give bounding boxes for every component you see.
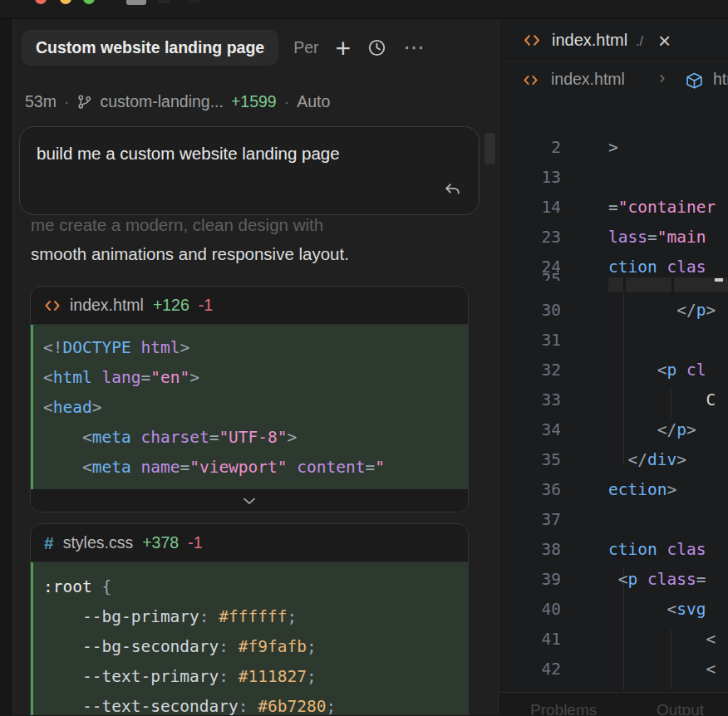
session-additions: +1599 [231, 92, 277, 111]
line-content: </p> [608, 296, 716, 326]
undo-icon [443, 181, 462, 199]
code-line: --text-secondary: #6b7280; [43, 692, 468, 715]
line-content: ction clas [608, 535, 706, 565]
session-duration: 53m [25, 92, 57, 111]
line-number: 13 [499, 163, 561, 193]
code-card-header[interactable]: index.html +126 -1 [31, 287, 468, 325]
line-number: 37 [499, 505, 561, 535]
editor-line[interactable]: 40 <svg [499, 595, 728, 625]
editor-line[interactable]: 35 </div> [499, 445, 728, 475]
line-content: </p> [608, 415, 696, 445]
line-content: </div> [608, 445, 686, 475]
tab-output[interactable]: Output [657, 701, 704, 715]
code-line: <html lang="en"> [43, 363, 468, 393]
editor-line[interactable]: 38ction clas [499, 535, 728, 565]
line-number: 40 [499, 595, 561, 625]
editor-line[interactable]: 2> [499, 133, 728, 163]
line-number: 34 [499, 415, 561, 445]
line-number-collapsed: 25 [499, 270, 561, 281]
layout-icon[interactable] [158, 0, 171, 3]
line-number: 2 [499, 133, 561, 163]
line-number: 32 [499, 356, 561, 385]
line-content: lass="main [608, 223, 706, 253]
code-line: --bg-secondary: #f9fafb; [43, 632, 468, 662]
expand-code-button[interactable] [31, 489, 468, 512]
git-branch-icon [76, 94, 92, 110]
code-line: <meta name="viewport" content=" [43, 453, 468, 483]
editor-code-area[interactable]: 2>1314="container23lass="main24ction cla… [499, 19, 728, 715]
minimize-window-button[interactable] [60, 0, 71, 4]
more-options-button[interactable]: ⋯ [403, 35, 425, 61]
editor-line[interactable]: 33 C [499, 385, 728, 415]
editor-panel: index.html ./ × index.html › [499, 19, 728, 715]
session-meta-row: 53m · custom-landing... +1599 · Auto [25, 92, 330, 111]
toggle-sidebar-icon[interactable] [126, 0, 146, 5]
editor-line[interactable]: 32 <p cl [499, 356, 728, 385]
editor-line[interactable]: 13 [499, 163, 728, 193]
editor-line[interactable]: 42 < [499, 655, 728, 684]
user-message-card[interactable]: build me a custom website landing page [19, 126, 480, 215]
activity-rail [0, 19, 13, 715]
code-card-filename: styles.css [63, 533, 134, 552]
line-number: 14 [499, 193, 561, 223]
history-button[interactable] [367, 38, 386, 57]
branch-name[interactable]: custom-landing... [100, 92, 224, 111]
code-line: :root { [43, 572, 468, 602]
code-card-index-html[interactable]: index.html +126 -1 <!DOCTYPE html><html … [30, 286, 469, 512]
chat-tab-partial[interactable]: Per [293, 38, 318, 57]
chat-scrollbar-thumb[interactable] [485, 133, 495, 164]
code-line: --text-primary: #111827; [43, 662, 468, 692]
code-line: --bg-primary: #ffffff; [43, 602, 468, 632]
line-number: 36 [499, 475, 561, 505]
new-chat-button[interactable]: + [336, 40, 352, 56]
editor-line[interactable]: 31 [499, 326, 728, 356]
diff-added-code: <!DOCTYPE html><html lang="en"><head> <m… [31, 325, 468, 489]
line-number: 41 [499, 625, 561, 655]
css-file-icon: # [44, 533, 54, 553]
line-content: <p class= [608, 565, 706, 595]
bottom-panel: Problems Output [499, 693, 728, 715]
panel-icon[interactable] [188, 0, 199, 3]
mode-label[interactable]: Auto [297, 92, 330, 111]
code-line: <head> [43, 393, 468, 423]
zoom-window-button[interactable] [83, 0, 95, 4]
collapsed-region-bar[interactable] [608, 277, 728, 292]
editor-line[interactable]: 30 </p> [499, 296, 728, 326]
chat-tab-bar: Custom website landing page Per + ⋯ [22, 30, 425, 66]
editor-line[interactable]: 23lass="main [499, 223, 728, 253]
line-content: <svg [608, 595, 706, 625]
editor-line[interactable]: 36ection> [499, 475, 728, 505]
code-line: <!DOCTYPE html> [43, 333, 468, 363]
app-window: Custom website landing page Per + ⋯ 53m … [0, 0, 728, 716]
clock-icon [367, 38, 386, 57]
chat-tab-active[interactable]: Custom website landing page [22, 30, 278, 66]
editor-line[interactable]: 39 <p class= [499, 565, 728, 595]
line-number: 38 [499, 535, 561, 565]
line-number: 23 [499, 223, 561, 253]
code-file-icon [44, 298, 61, 313]
close-window-button[interactable] [35, 0, 47, 4]
editor-line[interactable]: 14="container [499, 193, 728, 223]
titlebar [0, 0, 728, 19]
code-card-deletions: -1 [199, 296, 213, 315]
chat-panel: Custom website landing page Per + ⋯ 53m … [13, 19, 499, 715]
code-card-filename: index.html [70, 296, 144, 315]
code-card-deletions: -1 [188, 533, 202, 552]
code-card-header[interactable]: # styles.css +378 -1 [31, 524, 468, 562]
tab-problems[interactable]: Problems [530, 701, 597, 715]
line-number: 31 [499, 326, 561, 356]
editor-line[interactable]: 34 </p> [499, 415, 728, 445]
line-number: 33 [499, 385, 561, 415]
code-card-additions: +126 [153, 296, 189, 315]
line-content: < [608, 655, 716, 684]
diff-added-code: :root { --bg-primary: #ffffff; --bg-seco… [31, 562, 468, 715]
line-number: 42 [499, 655, 561, 684]
restore-checkpoint-button[interactable] [443, 181, 462, 199]
user-message-text: build me a custom website landing page [37, 139, 406, 169]
line-number: 30 [499, 296, 561, 326]
code-card-styles-css[interactable]: # styles.css +378 -1 :root { --bg-primar… [30, 523, 469, 715]
editor-line[interactable]: 37 [499, 505, 728, 535]
line-content: ="container [608, 193, 716, 223]
editor-line[interactable]: 41 < [499, 625, 728, 655]
code-line: <meta charset="UTF-8"> [43, 423, 468, 453]
